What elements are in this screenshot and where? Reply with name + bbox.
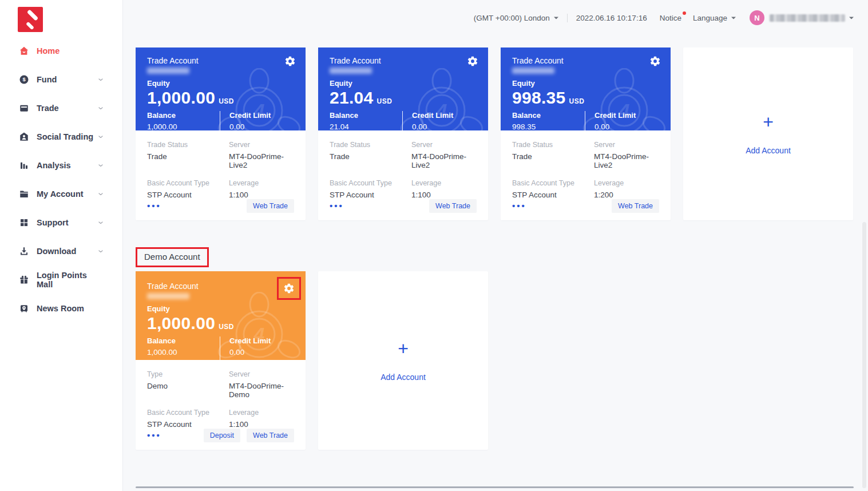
gear-icon[interactable]: [649, 56, 661, 67]
timezone-selector[interactable]: (GMT +00:00) London: [474, 14, 558, 22]
account-type-label: Basic Account Type: [147, 179, 229, 187]
horizontal-scrollbar[interactable]: [136, 486, 854, 488]
timezone-label: (GMT +00:00) London: [474, 14, 550, 22]
account-type-label: Basic Account Type: [512, 179, 594, 187]
avatar-initial: N: [754, 14, 759, 22]
leverage-label: Leverage: [229, 409, 294, 417]
credit-limit-block: Credit Limit 0.00: [229, 336, 271, 360]
chevron-down-icon: [97, 248, 104, 255]
notice-badge-dot: [683, 11, 686, 15]
notice-button[interactable]: Notice: [660, 14, 681, 22]
balance-block: Balance 998.35: [512, 111, 585, 130]
annotation-box-demo-label: Demo Account: [136, 247, 209, 267]
more-actions-button[interactable]: •••: [147, 203, 161, 209]
brand-logo[interactable]: [18, 7, 43, 32]
card-body: Trade StatusTrade ServerMT4-DooPrime-Liv…: [318, 130, 488, 199]
chevron-down-icon: [97, 191, 104, 197]
sidebar-item-label: Download: [37, 247, 76, 256]
account-number-redacted: [147, 293, 189, 299]
add-account-card[interactable]: + Add Account: [683, 47, 853, 220]
sidebar-item-home[interactable]: Home: [0, 37, 122, 65]
card-header: Trade Account Equity 998.35USD Balance 9…: [501, 47, 671, 130]
caret-down-icon: [731, 17, 736, 22]
balance-label: Balance: [512, 111, 585, 120]
language-label: Language: [693, 14, 727, 22]
logo-stroke: [27, 9, 39, 21]
trade-status-label: Trade Status: [512, 141, 594, 149]
avatar[interactable]: N: [750, 10, 764, 25]
sidebar-item-news-room[interactable]: News Room: [0, 294, 122, 323]
card-body: Trade StatusTrade ServerMT4-DooPrime-Liv…: [136, 130, 306, 199]
card-body: TypeDemo ServerMT4-DooPrime-Demo Basic A…: [136, 360, 306, 429]
sidebar-item-support[interactable]: Support: [0, 208, 122, 237]
sidebar-item-analysis[interactable]: Analysis: [0, 151, 122, 180]
sidebar-item-download[interactable]: Download: [0, 237, 122, 266]
download-icon: [19, 246, 29, 256]
more-actions-button[interactable]: •••: [512, 203, 526, 209]
demo-section-title: Demo Account: [144, 252, 200, 262]
user-menu[interactable]: [764, 14, 854, 22]
trade-status-value: Trade: [512, 152, 594, 161]
sidebar-item-login-points-mall[interactable]: Login Points Mall: [0, 266, 122, 294]
equity-label: Equity: [147, 79, 294, 88]
credit-limit-block: Credit Limit 0.00: [229, 111, 271, 130]
chevron-down-icon: [97, 162, 104, 169]
more-actions-button[interactable]: •••: [330, 203, 344, 209]
equity-label: Equity: [512, 79, 659, 88]
sidebar-item-my-account[interactable]: My Account: [0, 180, 122, 208]
gear-icon[interactable]: [284, 56, 296, 67]
server-value: MT4-DooPrime-Live2: [411, 152, 477, 169]
add-account-card[interactable]: + Add Account: [318, 271, 488, 450]
sidebar-item-label: Home: [37, 46, 60, 56]
web-trade-button[interactable]: Web Trade: [247, 199, 294, 213]
leverage-value: 1:100: [229, 420, 294, 429]
topbar-divider: [567, 14, 568, 22]
credit-limit-value: 0.00: [229, 122, 271, 130]
trade-account-card: Trade Account Equity 1,000.00USD Balance…: [136, 47, 306, 220]
sidebar-item-trade[interactable]: Trade: [0, 94, 122, 122]
account-type-value: STP Account: [512, 191, 594, 199]
trade-icon: [19, 103, 29, 113]
web-trade-button[interactable]: Web Trade: [429, 199, 477, 213]
server-label: Server: [411, 141, 477, 149]
server-label: Server: [229, 141, 294, 149]
sidebar-item-social-trading[interactable]: Social Trading: [0, 122, 122, 151]
gift-icon: [19, 275, 29, 285]
my-account-icon: [19, 189, 29, 199]
currency-label: USD: [219, 97, 234, 105]
sidebar-item-fund[interactable]: $ Fund: [0, 65, 122, 94]
leverage-label: Leverage: [411, 179, 477, 187]
gear-icon[interactable]: [467, 56, 478, 67]
header-divider: [585, 111, 585, 130]
chevron-down-icon: [97, 133, 104, 140]
deposit-button[interactable]: Deposit: [204, 429, 240, 442]
currency-label: USD: [569, 97, 585, 105]
add-account-label: Add Account: [746, 146, 791, 155]
trade-status-value: Trade: [330, 152, 411, 161]
equity-value: 998.35USD: [512, 88, 659, 108]
account-type-value: STP Account: [147, 191, 229, 199]
account-type-value: STP Account: [330, 191, 411, 199]
leverage-label: Leverage: [594, 179, 659, 187]
sidebar-item-label: Fund: [37, 75, 57, 84]
balance-block: Balance 21.04: [330, 111, 402, 130]
card-body: Trade StatusTrade ServerMT4-DooPrime-Liv…: [501, 130, 671, 199]
credit-limit-value: 0.00: [412, 122, 453, 130]
type-label: Type: [147, 370, 229, 378]
web-trade-button[interactable]: Web Trade: [247, 429, 294, 442]
credit-limit-block: Credit Limit 0.00: [594, 111, 636, 130]
demo-account-card: Trade Account Equity 1,000.00USD Balance…: [136, 271, 306, 450]
credit-limit-label: Credit Limit: [412, 111, 453, 120]
support-icon: [19, 217, 29, 228]
balance-label: Balance: [147, 111, 220, 120]
card-header: Trade Account Equity 1,000.00USD Balance…: [136, 47, 306, 130]
web-trade-button[interactable]: Web Trade: [612, 199, 659, 213]
language-selector[interactable]: Language: [693, 14, 736, 22]
plus-icon: +: [763, 113, 774, 131]
gear-icon[interactable]: [283, 283, 295, 294]
vertical-scrollbar[interactable]: [862, 222, 866, 488]
sidebar-item-label: Login Points Mall: [37, 271, 104, 289]
header-divider: [402, 111, 403, 130]
more-actions-button[interactable]: •••: [147, 433, 161, 438]
fund-icon: $: [19, 74, 29, 85]
